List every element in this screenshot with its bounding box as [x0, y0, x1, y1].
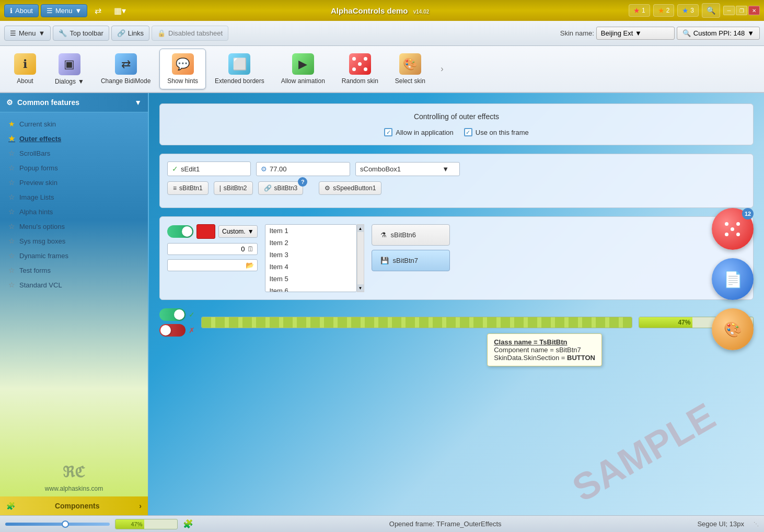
top-toolbar-button[interactable]: 🔧 Top toolbar	[53, 26, 109, 41]
sbitbtn6-icon: ⚗	[380, 231, 387, 239]
dialogs-big-label: Dialogs	[55, 78, 76, 85]
list-item-2[interactable]: Item 2	[265, 237, 356, 249]
sbitbtn2-label: sBitBtn2	[224, 184, 247, 192]
bidi-big-button[interactable]: ⇄ Change BidiMode	[93, 49, 158, 89]
scroll-track[interactable]	[357, 232, 364, 284]
sidebar-item-test-forms[interactable]: ☆ Test forms	[0, 263, 148, 277]
sidebar-item-alpha-hints[interactable]: ☆ Alpha hints	[0, 204, 148, 219]
close-button[interactable]: ✕	[748, 6, 760, 15]
list-item-3[interactable]: Item 3	[265, 249, 356, 261]
status-progress-bar: 47%	[115, 519, 178, 529]
ext-borders-big-button[interactable]: ⬜ Extended borders	[207, 49, 272, 89]
resize-handle[interactable]: ⋱	[754, 521, 759, 527]
list-item-6[interactable]: Item 6	[265, 285, 356, 292]
show-hints-big-button[interactable]: 💬 Show hints	[159, 49, 206, 89]
favorite-2-button[interactable]: ★ 2	[653, 4, 675, 17]
link-icon: 🔗	[117, 29, 125, 37]
status-slider-thumb[interactable]	[62, 521, 69, 528]
disabled-tabsheet-button: 🔒 Disabled tabsheet	[152, 26, 228, 41]
allow-anim-big-button[interactable]: ▶ Allow animation	[273, 49, 333, 89]
bottom-toggle-on[interactable]	[159, 308, 186, 321]
spin-field[interactable]: ⚙ 77.00	[256, 162, 350, 176]
sidebar-item-standard-vcl[interactable]: ☆ Standard VCL	[0, 277, 148, 292]
about-button[interactable]: ℹ About	[4, 4, 39, 17]
about-big-button[interactable]: ℹ About	[4, 49, 46, 89]
sidebar-item-image-lists[interactable]: ☆ Image Lists	[0, 190, 148, 204]
toolbar-right-arrow[interactable]: ›	[434, 64, 450, 74]
restore-button[interactable]: ❐	[736, 6, 747, 15]
list-box[interactable]: Item 1 Item 2 Item 3 Item 4 Item 5 Item …	[265, 224, 357, 292]
list-item-5[interactable]: Item 5	[265, 273, 356, 285]
anim-big-label: Allow animation	[281, 77, 325, 85]
sidebar-components-button[interactable]: 🧩 Components ›	[0, 496, 148, 515]
sidebar-item-menus-options[interactable]: ☆ Menu's options	[0, 219, 148, 234]
star-empty-scrollbars-icon: ☆	[8, 149, 15, 157]
toggle-on-checkmark: ✓	[189, 310, 195, 319]
toggle-off-xmark: ✗	[189, 326, 195, 334]
random-skin-big-button[interactable]: Random skin	[334, 49, 386, 89]
use-frame-checkbox-row[interactable]: ✓ Use on this frame	[464, 128, 529, 136]
number-input-row[interactable]: 0 🗓	[167, 243, 258, 255]
use-frame-checkbox[interactable]: ✓	[464, 128, 472, 136]
sbitbtn3-button[interactable]: 🔗 sBitBtn3	[258, 181, 304, 195]
sbitbtn3-container: 🔗 sBitBtn3 ?	[258, 181, 304, 195]
file-input-row[interactable]: 📂	[167, 259, 258, 271]
allow-app-checkbox[interactable]: ✓	[384, 128, 392, 136]
select-skin-big-button[interactable]: 🎨 Select skin	[387, 49, 433, 89]
ppi-button[interactable]: 🔍 Custom PPI: 148 ▼	[677, 27, 760, 40]
search-button[interactable]: 🔍	[702, 3, 720, 18]
minimize-button[interactable]: ─	[723, 6, 735, 15]
status-slider[interactable]	[5, 523, 110, 526]
sidebar-item-dynamic-frames[interactable]: ☆ Dynamic frames	[0, 248, 148, 263]
star-empty-test-icon: ☆	[8, 266, 15, 274]
lower-panel: Custom. ▼ 0 🗓 📂 Item 1	[159, 216, 754, 300]
blue-circle-icon[interactable]: 📄	[712, 258, 754, 300]
menu-title-button[interactable]: ☰ Menu ▼	[41, 4, 87, 17]
menu-toolbar-button[interactable]: ☰ Menu ▼	[4, 26, 51, 41]
scroll-down-arrow[interactable]: ▼	[357, 284, 364, 292]
swap-icon-btn[interactable]: ⇄	[89, 3, 107, 18]
lock-icon: 🔒	[157, 29, 166, 37]
status-progress-fill: 47%	[115, 519, 144, 529]
sbitbtn6-button[interactable]: ⚗ sBitBtn6	[372, 224, 450, 246]
list-scrollbar[interactable]: ▲ ▼	[357, 224, 364, 292]
scroll-up-arrow[interactable]: ▲	[357, 225, 364, 232]
sbitbtn1-button[interactable]: ≡ sBitBtn1	[167, 181, 209, 195]
bottom-toggle-off[interactable]	[159, 324, 186, 337]
sidebar-item-sys-msg-boxes[interactable]: ☆ Sys msg boxes	[0, 234, 148, 248]
sbitbtn2-button[interactable]: | sBitBtn2	[214, 181, 253, 195]
sspeed1-icon: ⚙	[325, 184, 330, 192]
list-item-1[interactable]: Item 1	[265, 225, 356, 237]
combo-box[interactable]: sComboBox1 ▼	[355, 162, 460, 176]
grid-icon-btn[interactable]: ▦▾	[109, 3, 131, 18]
red-circle-icon[interactable]: 12	[712, 208, 754, 250]
sidebar-item-popup-forms[interactable]: ☆ Popup forms	[0, 160, 148, 175]
sbitbtn7-button[interactable]: 💾 sBitBtn7	[372, 250, 450, 271]
list-item-4[interactable]: Item 4	[265, 261, 356, 273]
favorite-1-button[interactable]: ★ 1	[629, 4, 650, 17]
links-button[interactable]: 🔗 Links	[111, 26, 149, 41]
color-picker-button[interactable]	[196, 224, 215, 239]
allow-app-checkbox-row[interactable]: ✓ Allow in application	[384, 128, 454, 136]
sbitbtn1-icon: ≡	[173, 184, 177, 192]
test-forms-label: Test forms	[19, 267, 51, 274]
circle-badge-12: 12	[742, 208, 754, 219]
sidebar-website: www.alphaskins.com	[0, 485, 148, 496]
menu-title-label: Menu	[55, 7, 73, 15]
star1-icon: ★	[633, 6, 640, 15]
custom-dropdown-button[interactable]: Custom. ▼	[218, 225, 258, 238]
menus-options-label: Menu's options	[19, 223, 65, 230]
links-label: Links	[128, 29, 144, 37]
sspeed1-button[interactable]: ⚙ sSpeedButton1	[319, 181, 381, 195]
sidebar-item-current-skin[interactable]: ★ Current skin	[0, 117, 148, 131]
dialogs-big-button[interactable]: ▣ Dialogs ▼	[47, 49, 92, 89]
sedit1-field[interactable]: ✓ sEdit1	[167, 161, 251, 176]
sidebar-item-outer-effects[interactable]: ★ Outer effects	[0, 131, 148, 146]
sidebar-item-preview-skin[interactable]: ☆ Preview skin	[0, 175, 148, 190]
sidebar-item-scrollbars[interactable]: ☆ ScrollBars	[0, 146, 148, 160]
orange-circle-icon[interactable]: 🎨	[712, 308, 754, 350]
bottom-toggle-off-knob	[160, 325, 171, 336]
toggle-on-switch[interactable]	[167, 225, 193, 238]
favorite-3-button[interactable]: ★ 3	[677, 4, 699, 17]
skin-select-dropdown[interactable]: Beijing Ext ▼	[596, 27, 675, 40]
